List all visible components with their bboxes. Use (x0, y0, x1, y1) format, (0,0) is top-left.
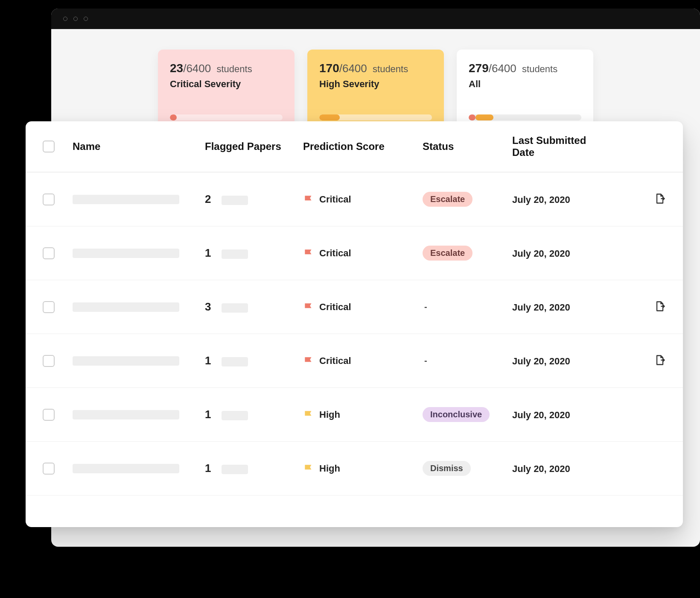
summary-card-high[interactable]: 170/6400 students High Severity (307, 50, 444, 131)
table-body: 2 Critical Escalate July 20, 2020 1 (26, 173, 683, 495)
flag-icon (303, 409, 314, 420)
row-checkbox[interactable] (43, 409, 55, 421)
summary-card-all[interactable]: 279/6400 students All (457, 50, 593, 131)
summary-label: All (469, 79, 581, 90)
flagged-count: 1 (205, 354, 213, 367)
flag-icon (303, 463, 314, 474)
prediction-label: Critical (319, 302, 351, 313)
submitted-date: July 20, 2020 (512, 356, 570, 366)
table-row[interactable]: 3 Critical - July 20, 2020 (26, 280, 683, 334)
flagged-placeholder (222, 411, 248, 420)
status-badge[interactable]: Escalate (423, 192, 472, 207)
summary-count: 23/6400 students (170, 62, 283, 75)
table-row[interactable]: 1 High Inconclusive July 20, 2020 (26, 388, 683, 442)
flag-icon (303, 248, 314, 259)
window-dot-icon (84, 17, 88, 21)
flagged-count: 2 (205, 193, 213, 206)
status-badge[interactable]: Dismiss (423, 461, 471, 476)
submitted-date: July 20, 2020 (512, 463, 570, 474)
submitted-date: July 20, 2020 (512, 302, 570, 313)
window-dot-icon (73, 17, 78, 21)
summary-card-critical[interactable]: 23/6400 students Critical Severity (158, 50, 295, 131)
summary-label: High Severity (319, 79, 432, 90)
summary-label: Critical Severity (170, 79, 283, 90)
name-placeholder (73, 195, 179, 204)
name-placeholder (73, 464, 179, 473)
document-export-icon[interactable] (654, 354, 666, 366)
column-header-name[interactable]: Name (73, 141, 205, 152)
flag-icon (303, 355, 314, 366)
submitted-date: July 20, 2020 (512, 248, 570, 259)
flagged-placeholder (222, 465, 248, 474)
name-placeholder (73, 302, 179, 312)
summary-progress (319, 114, 432, 120)
table-row[interactable]: 1 High Dismiss July 20, 2020 (26, 442, 683, 495)
column-header-date[interactable]: Last Submitted Date (512, 135, 610, 158)
prediction-label: Critical (319, 194, 351, 205)
table-row[interactable]: 1 Critical Escalate July 20, 2020 (26, 226, 683, 280)
column-header-flagged[interactable]: Flagged Papers (205, 141, 303, 152)
summary-progress (170, 114, 283, 120)
row-checkbox[interactable] (43, 463, 55, 475)
flagged-count: 1 (205, 246, 213, 260)
prediction-label: Critical (319, 355, 351, 366)
prediction-label: High (319, 463, 340, 474)
document-export-icon[interactable] (654, 300, 666, 312)
submitted-date: July 20, 2020 (512, 194, 570, 205)
name-placeholder (73, 249, 179, 258)
name-placeholder (73, 410, 179, 419)
row-checkbox[interactable] (43, 355, 55, 367)
flagged-count: 1 (205, 408, 213, 421)
submitted-date: July 20, 2020 (512, 410, 570, 420)
window-dot-icon (63, 17, 67, 21)
flagged-count: 1 (205, 462, 213, 475)
status-badge[interactable]: - (423, 353, 435, 368)
status-badge[interactable]: Inconclusive (423, 407, 490, 422)
summary-count: 170/6400 students (319, 62, 432, 75)
flag-icon (303, 302, 314, 313)
flagged-count: 3 (205, 300, 213, 314)
status-badge[interactable]: Escalate (423, 246, 472, 261)
flag-icon (303, 194, 314, 205)
prediction-label: Critical (319, 248, 351, 259)
table-row[interactable]: 1 Critical - July 20, 2020 (26, 334, 683, 388)
name-placeholder (73, 356, 179, 366)
browser-titlebar (51, 9, 700, 29)
flagged-placeholder (222, 249, 248, 259)
status-badge[interactable]: - (423, 299, 435, 314)
document-export-icon[interactable] (654, 193, 666, 205)
summary-count: 279/6400 students (469, 62, 581, 75)
row-checkbox[interactable] (43, 247, 55, 259)
column-header-prediction[interactable]: Prediction Score (303, 141, 423, 152)
table-row[interactable]: 2 Critical Escalate July 20, 2020 (26, 173, 683, 226)
prediction-label: High (319, 409, 340, 420)
flagged-placeholder (222, 357, 248, 366)
select-all-checkbox[interactable] (43, 141, 55, 152)
row-checkbox[interactable] (43, 193, 55, 205)
table-header: Name Flagged Papers Prediction Score Sta… (26, 121, 683, 173)
column-header-status[interactable]: Status (423, 141, 512, 152)
flagged-placeholder (222, 196, 248, 205)
summary-progress (469, 114, 581, 120)
flagged-placeholder (222, 303, 248, 313)
row-checkbox[interactable] (43, 301, 55, 313)
table-window: Name Flagged Papers Prediction Score Sta… (26, 121, 683, 527)
